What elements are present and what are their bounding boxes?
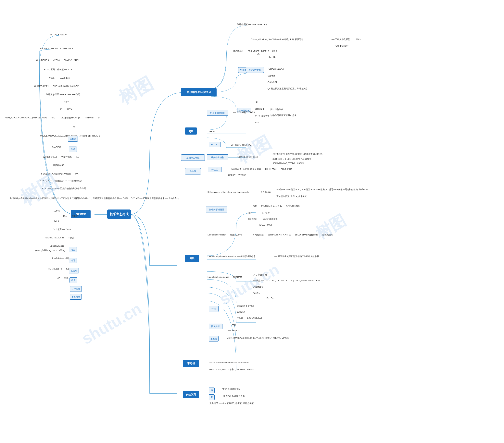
node-division-inhibit: 分割抑制 ── F-box固有SKP2B (-): [247, 217, 280, 221]
node-SCR-SHR-2: SCR活SHR, 是SCR-SHR新钳包茎体成分: [272, 157, 312, 161]
node-apical-meristem: 顶尖分生组织: [246, 67, 264, 73]
node-auxin-flow: ── 生长素流速: [256, 190, 272, 194]
watermark-6: 树图: [312, 210, 350, 244]
node-rootstem: 根茎: [69, 247, 77, 252]
node-ABA-MHZ: 激活ABA合成基因MHZ4/MHZ5, 生长素弱成植固OsYUC8和告激发代谢被…: [9, 197, 180, 200]
node-JA-Re: JA Re (量子叶): [254, 114, 270, 118]
node-GH3: GH3.2/GH3.6 ── MYB30 ── PIN4Ky2，MIE1.1: [36, 59, 81, 62]
node-IAA-gland: IAA ── 根腺: [56, 276, 69, 280]
node-mutual-resistance: 互抗用: [69, 268, 79, 273]
node-IGT: IGT调控 ── LAZY, DRO, TAC ── TAC1, lazy1/d…: [252, 279, 321, 283]
node-QC-initial: QC、初始细胞: [252, 273, 268, 277]
node-founder-diff: Differentiation of the lateral root foun…: [207, 190, 250, 194]
node-muscle: 筋: [209, 388, 215, 393]
node-flavonoid: 类黄酮结46: [52, 164, 65, 167]
node-STS-ROS: STS: [254, 121, 259, 124]
node-LR-primordia: Lateral root primordia formation ── 侧根形成…: [207, 255, 256, 258]
node-direction: 方向: [209, 306, 218, 312]
node-SAURs: SAURs: [252, 291, 260, 295]
node-auxin-exocyst: ── 生长素 ── EXOCYST70A3: [232, 316, 263, 320]
node-TACs: ── 干细胞极化模型（）: TACs: [331, 38, 361, 41]
node-LRH: LRH-RsL4 ── 根毛: [50, 257, 70, 260]
node-PLT-SC: PLT/SC: [209, 142, 220, 147]
node-SBRL-III: ── SBRL: [268, 49, 278, 52]
node-auxin-lateral-bottom: 生长素: [209, 336, 218, 341]
node-PH-Ca: PH, Ca+: [266, 297, 275, 300]
node-WOX-CYCD: ── WOX抑制CYCD3:3: [232, 111, 255, 114]
node-LBD-SBR: LBD类蛋白 ── SBRLxB5BRL\B5BRL2: [232, 50, 270, 53]
node-ZmCCT: (&基础数量增加) ZmCCT (玉米): [35, 249, 66, 252]
node-lateral-root: 侧根: [185, 255, 199, 262]
node-nitrogen-growth: 固氮生长: [209, 324, 222, 329]
node-ETR1: ETR1 ── MSP ── 乙烯抑细胞分裂素信号作用: [41, 187, 87, 190]
node-dividing-zone: 分生区: [208, 167, 221, 172]
node-adaxial: 近轴体发展: [252, 285, 264, 289]
node-IIIa: IIIa, IIIb: [268, 55, 276, 59]
node-WOX11: ── WOX11/PRE3/ATB51/&HLH135/TMO7: [209, 361, 250, 364]
node-CK: CK: [256, 52, 260, 55]
node-near-meristem: 近侧分生细胞: [207, 154, 228, 160]
node-OsIA2ox: OsIA2ox1/2/3/5 (-): [268, 67, 286, 70]
node-touch: ── 触摸刺激: [232, 310, 246, 314]
node-adventitious-root: 不定根: [183, 360, 199, 367]
node-N-signal: N信号: [63, 100, 71, 104]
node-OsbZIP46: OsbZIP46: [51, 146, 62, 149]
node-TIR1: TIR1/AFB-Aux/IAA: [49, 33, 68, 36]
node-ethylene-left: 乙烯: [69, 147, 77, 152]
node-QC-desc: QC最生长素浓度最高的位置，并维之次空: [267, 87, 308, 90]
node-AHK2: AHK2，3 ── C端细胞区CEP ── 细胞分裂素: [39, 179, 83, 183]
node-LBD16: LBD16/WOX11: [49, 244, 65, 247]
node-PLT: PLT: [254, 100, 259, 103]
node-bacillus: Bacillus subtilis WM13-24 ── VOCs: [39, 47, 74, 50]
node-GRAS: GRAS: [209, 130, 216, 133]
node-asymmetric: 不对称分裂 ── SLR/IAA34-ARF7-ARF19 ── LBD16-5…: [252, 233, 334, 237]
node-auxin-left: 生长素: [68, 136, 78, 142]
node-IAA-MP: IAA数MP, NPF4激活PLT1, PLT2激活SCR, SHR数激QC, …: [276, 188, 369, 191]
node-LR-initiation: Lateral root initiation ── 细胞化GLV6: [207, 233, 243, 237]
node-MRK14: ── MRK14,MAC3A/3B固激ERF13, VLCFAs, TMX1/4…: [222, 336, 290, 340]
node-AHP6: ── AHP6 (-): [258, 211, 271, 215]
node-osmotic: 细胞液渗透压 ── PIF3 ── FER信号: [45, 93, 81, 96]
node-root-gland: 根腺: [70, 277, 77, 283]
node-CDK82: CDK82:1, CYCP3:1: [227, 173, 247, 177]
node-NRT11: ── NRT1.1: [227, 329, 240, 332]
node-BR: BR: [72, 125, 76, 129]
node-LR-emergence: Lateral root emergence ── 帮助RAM: [207, 275, 243, 279]
node-old: 老: [209, 394, 215, 400]
node-GRF-SCR: GRF各SCR细胞自主性, SCR激活内皮层中的MIR164,: [272, 153, 324, 156]
node-meristem-zone: 分生区: [185, 168, 201, 174]
node-RAM: 根顶端分生组织RAM: [181, 88, 216, 96]
watermark-5: shutu.cn: [216, 260, 282, 309]
node-hormone-regulation: 激激调节 ── 生长素AHP6, 赤霉素, 细胞分裂素: [209, 402, 254, 405]
node-meristem-zone-sub: ── 活跃素肉素, 生长素, 细胞分裂素 ── bHLH, BE81 ── SH…: [226, 168, 293, 171]
node-TaANR1: TaANR1-TaMADS25 ── 木质素: [44, 236, 75, 239]
node-proximal: 近侧分生细胞: [181, 154, 205, 161]
node-prY579: prY579: [52, 209, 60, 213]
node-inhibit-prolif: 阻止细胞增殖: [270, 108, 284, 111]
mindmap-container: 根系生态建成 根的类型 根顶端分生组织RAM QC 近侧分生细胞 分生区 侧根 …: [0, 0, 504, 443]
node-PLT-MIR396: ── PLT数MIR396遗传GRF: [232, 155, 259, 159]
node-cytokinin-ARR: 细胞分裂素 ── ARR7/ARR15(-): [236, 23, 268, 26]
watermark-4: shutu.cn: [79, 300, 144, 348]
node-roothair: 根毛: [69, 258, 77, 263]
node-lateral-formation: 侧根的形成特性: [206, 206, 227, 212]
watermark-3: 树图: [233, 130, 275, 169]
node-QC: QC: [185, 127, 197, 135]
node-WRKY26: WRKY26/45/75 ── WRKY激酶 ── SAR: [42, 155, 81, 159]
node-IAA28-ARF: 特化 ── IAA28&ARF 6, 7, 8, 19 ── GATA23转移前: [252, 204, 301, 208]
node-high-auxin: 高浓度生长素, 诱导ox, 促进分支: [276, 195, 308, 198]
node-AHA: AHA1, AHA2, AHA7和AHA11 (AtTAS1c-AHA) ── …: [4, 116, 101, 119]
node-SCR-WOX5: SCR激活WOX5,CYCD6:1,CASP1: [272, 162, 305, 165]
node-XXP: XXP: [247, 211, 253, 215]
node-ROS-ethylene: ROS，乙烯，生长素 ── STS: [43, 68, 73, 71]
node-FER: ── FER: [227, 324, 237, 327]
node-TOL52: TOL52-RUK7(-): [258, 223, 274, 226]
central-node: 根系生态建成: [107, 209, 131, 219]
node-TZF1: TZF1: [53, 219, 60, 222]
node-OsCYCB1: OsCYCB1:1: [267, 81, 280, 84]
node-OsPIN2: OsPIN2: [267, 74, 276, 78]
node-BTB-TAZ: ── BTB-TAZ,MdBT2(苹果)，MdARF8，MdIAA3: [209, 368, 255, 371]
node-cortex-remodel: ── 重塑新生皮层和激活细胞产生组细胞软收顿: [274, 255, 320, 258]
node-PEAR: ── PEAR促初细胞分裂: [217, 388, 241, 391]
node-SCR-SHR: ── SCR控制SHR结构QC: [226, 143, 252, 147]
